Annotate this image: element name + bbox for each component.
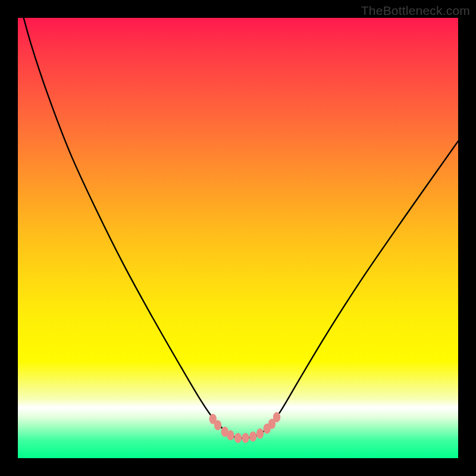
plot-area <box>18 18 458 458</box>
watermark-text: TheBottleneck.com <box>361 4 470 18</box>
chart-frame: TheBottleneck.com <box>0 0 476 476</box>
